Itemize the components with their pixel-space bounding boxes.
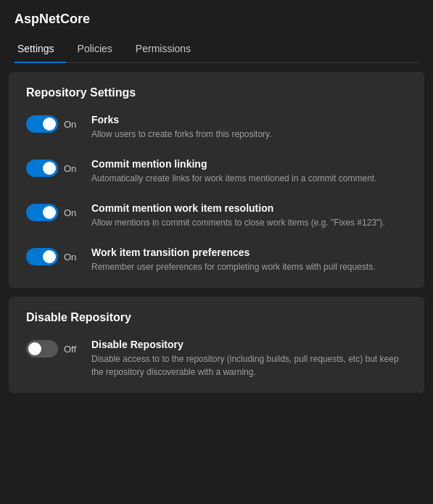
disable-repository-title: Disable Repository — [26, 311, 407, 324]
setting-name-work-item-transition: Work item transition preferences — [91, 247, 407, 258]
toggle-label-commit-mention-work-item: On — [64, 207, 76, 218]
toggle-forks[interactable] — [26, 115, 58, 133]
toggle-label-commit-mention-linking: On — [64, 163, 76, 174]
setting-desc-commit-mention-work-item: Allow mentions in commit comments to clo… — [91, 216, 407, 229]
setting-name-commit-mention-work-item: Commit mention work item resolution — [91, 202, 407, 214]
toggle-label-work-item-transition: On — [64, 252, 76, 263]
toggle-commit-mention-work-item[interactable] — [26, 204, 58, 221]
tab-permissions[interactable]: Permissions — [124, 36, 202, 63]
setting-row-commit-mention-work-item: On Commit mention work item resolution A… — [26, 202, 407, 229]
toggle-work-item-transition[interactable] — [26, 248, 58, 265]
setting-desc-forks: Allow users to create forks from this re… — [91, 128, 407, 141]
setting-name-commit-mention-linking: Commit mention linking — [91, 158, 407, 170]
main-content: Repository Settings On Forks Allow users… — [0, 63, 433, 410]
tab-settings[interactable]: Settings — [15, 36, 66, 63]
setting-info-commit-mention-linking: Commit mention linking Automatically cre… — [91, 158, 407, 185]
setting-row-commit-mention-linking: On Commit mention linking Automatically … — [26, 158, 407, 185]
setting-name-forks: Forks — [91, 114, 407, 125]
setting-desc-disable-repo: Disable access to to the repository (inc… — [91, 352, 407, 379]
setting-info-commit-mention-work-item: Commit mention work item resolution Allo… — [91, 202, 407, 229]
repository-settings-section: Repository Settings On Forks Allow users… — [9, 72, 424, 288]
toggle-group-commit-mention-linking: On — [26, 160, 91, 177]
setting-row-work-item-transition: On Work item transition preferences Reme… — [26, 247, 407, 273]
disable-repository-section: Disable Repository Off Disable Repositor… — [9, 297, 424, 393]
toggle-group-work-item-transition: On — [26, 248, 91, 265]
setting-desc-commit-mention-linking: Automatically create links for work item… — [91, 172, 407, 185]
toggle-label-forks: On — [64, 119, 76, 130]
tab-policies[interactable]: Policies — [66, 36, 124, 63]
tab-bar: Settings Policies Permissions — [15, 36, 418, 63]
toggle-label-disable-repo: Off — [64, 344, 76, 355]
setting-row-forks: On Forks Allow users to create forks fro… — [26, 114, 407, 141]
app-header: AspNetCore Settings Policies Permissions — [0, 0, 433, 63]
app-title: AspNetCore — [15, 12, 418, 27]
setting-info-disable-repo: Disable Repository Disable access to to … — [91, 339, 407, 379]
toggle-disable-repo[interactable] — [26, 340, 58, 358]
repository-settings-title: Repository Settings — [26, 86, 407, 99]
setting-desc-work-item-transition: Remember user preferences for completing… — [91, 260, 407, 273]
setting-info-work-item-transition: Work item transition preferences Remembe… — [91, 247, 407, 273]
setting-info-forks: Forks Allow users to create forks from t… — [91, 114, 407, 141]
toggle-commit-mention-linking[interactable] — [26, 160, 58, 177]
setting-name-disable-repo: Disable Repository — [91, 339, 407, 350]
toggle-group-disable-repo: Off — [26, 340, 91, 358]
setting-row-disable-repo: Off Disable Repository Disable access to… — [26, 339, 407, 379]
toggle-group-forks: On — [26, 115, 91, 133]
toggle-group-commit-mention-work-item: On — [26, 204, 91, 221]
